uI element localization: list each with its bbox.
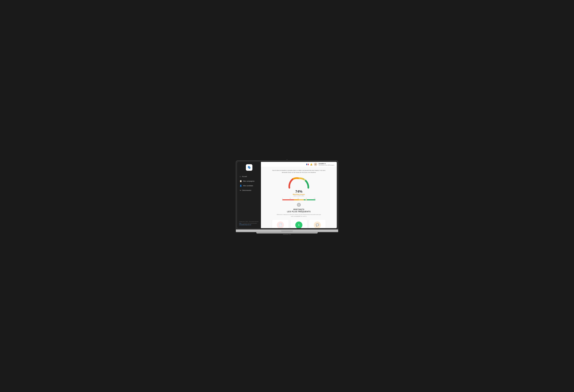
gauge-matching: Matching moyen [263, 193, 334, 195]
scale-50: 50 [290, 198, 291, 199]
svg-point-3 [299, 205, 299, 205]
scale-bar [282, 199, 315, 200]
sidebar: 🫆 ⌂ Accueil 📋 Mes campagnes 👤 Mes candid… [237, 162, 261, 228]
flag-icon: 🇫🇷 [306, 163, 309, 166]
card-icon-non-maitrise: 📄 [277, 222, 284, 228]
card-autonomie: 1 Autonomie Prendre seul des initiatives… [290, 220, 307, 228]
admin-text: · Contactez votre administrateur [242, 223, 257, 224]
laptop-label: MacBook Pro [236, 234, 338, 235]
card-non-maitrise: 📄 Non maitrise Accepter de ne pas maîtri… [272, 220, 289, 228]
irritants-icon [263, 203, 334, 208]
indecision-icon: 💬 [316, 224, 319, 226]
scale-75: 75 [306, 198, 307, 199]
user-info: Geraldine ∨ Recruteuse chez ABCompany [319, 163, 334, 166]
screen-inner: 🫆 ⌂ Accueil 📋 Mes campagnes 👤 Mes candid… [237, 162, 337, 228]
gauge-sub: Selon le profil métier [263, 195, 334, 197]
gauge-container: 74% Matching moyen Selon le profil métie… [263, 176, 334, 200]
sidebar-logo: 🫆 [237, 164, 261, 171]
avatar: G [314, 163, 317, 166]
card-icon-autonomie: 1 [295, 222, 302, 228]
irritants-title-line2: LES PLUS FRÉQUENTS [263, 211, 334, 213]
laptop-container: 🫆 ⌂ Accueil 📋 Mes campagnes 👤 Mes candid… [234, 157, 340, 235]
intro-text: Voici la liste de situations courantes d… [270, 169, 327, 174]
logo-icon: 🫆 [247, 166, 251, 169]
scale-100: 100 [314, 198, 315, 199]
sidebar-item-campagnes[interactable]: 📋 Mes campagnes [237, 179, 261, 183]
scale-bar-container: 0 50 60 75 100 [263, 198, 334, 200]
sidebar-item-label-campagnes: Mes campagnes [243, 180, 254, 182]
laptop-base [236, 229, 338, 232]
cgu-link[interactable]: CGU [239, 223, 242, 224]
topbar: 🇫🇷 🔔 G Geraldine ∨ Recruteuse chez ABCom… [261, 162, 337, 167]
sidebar-item-deconnexion[interactable]: ↪ Déconnexion [237, 188, 261, 193]
copyright-text: Monkey tie © 2022 · Tous droits réservés [239, 221, 259, 223]
deconnexion-icon: ↪ [240, 189, 241, 191]
card-indecision: 💬 Indécision Devoir adopter ou supporter… [309, 220, 326, 228]
irritants-section: IRRITANTS LES PLUS FRÉQUENTS Retrouvez c… [263, 203, 334, 228]
camera-dot [287, 159, 287, 160]
home-icon: ⌂ [240, 175, 241, 178]
laptop-stand [256, 232, 318, 234]
campagnes-icon: 📋 [240, 180, 242, 182]
scale-60: 60 [298, 198, 299, 199]
sidebar-nav: ⌂ Accueil 📋 Mes campagnes 👤 Mes candidat… [237, 174, 261, 220]
laptop-screen: 🫆 ⌂ Accueil 📋 Mes campagnes 👤 Mes candid… [236, 160, 338, 229]
svg-point-0 [304, 179, 305, 181]
scale-0: 0 [282, 198, 283, 199]
irritants-desc: Retrouvez ci-dessous la liste des irrita… [276, 214, 321, 217]
gauge-svg [287, 176, 311, 191]
bell-icon[interactable]: 🔔 [310, 163, 312, 166]
irritants-title-line1: IRRITANTS [263, 208, 334, 211]
sidebar-item-label-accueil: Accueil [242, 176, 247, 177]
non-maitrise-icon: 📄 [279, 224, 282, 226]
scale-marker [306, 199, 307, 201]
sidebar-item-candidats[interactable]: 👤 Mes candidats [237, 183, 261, 188]
sidebar-item-accueil[interactable]: ⌂ Accueil [237, 174, 261, 179]
page-body: Voici la liste de situations courantes d… [261, 167, 337, 228]
cards-row: 📄 Non maitrise Accepter de ne pas maîtri… [263, 220, 334, 228]
sidebar-item-label-candidats: Mes candidats [243, 185, 253, 187]
logo-box: 🫆 [246, 164, 252, 171]
scale-labels: 0 50 60 75 100 [282, 198, 315, 199]
autonomie-number: 1 [298, 224, 299, 226]
sidebar-item-label-deconnexion: Déconnexion [242, 189, 251, 191]
user-name[interactable]: Geraldine ∨ [319, 163, 334, 165]
laptop-notch [281, 231, 293, 231]
user-role: Recruteuse chez ABCompany [319, 165, 334, 166]
sidebar-footer: Monkey tie © 2022 · Tous droits réservés… [237, 220, 261, 227]
email-link[interactable]: contact@monkey-tie.com [239, 224, 251, 225]
candidats-icon: 👤 [240, 185, 242, 187]
main-content: 🇫🇷 🔔 G Geraldine ∨ Recruteuse chez ABCom… [261, 162, 337, 228]
card-icon-indecision: 💬 [314, 222, 321, 228]
